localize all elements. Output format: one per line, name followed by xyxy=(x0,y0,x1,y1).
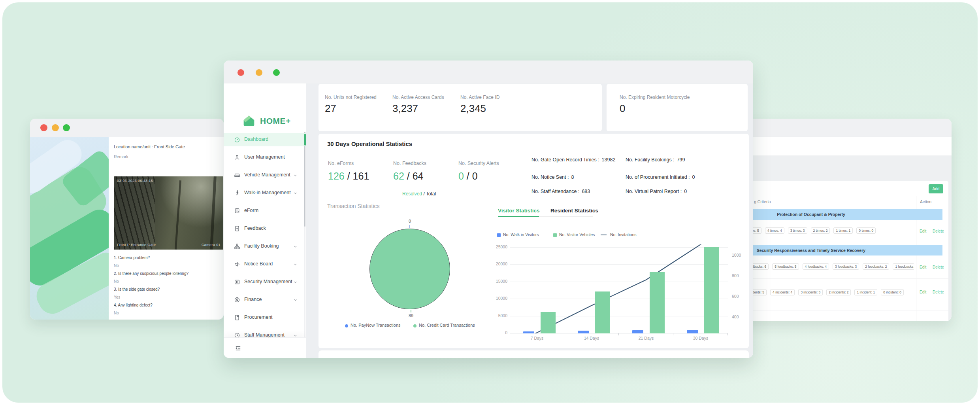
sidebar-item-eform[interactable]: eForm xyxy=(224,204,306,218)
right-axis-tick-label: 1000 xyxy=(732,253,741,257)
minimize-traffic-light[interactable] xyxy=(256,69,262,76)
edit-link[interactable]: Edit xyxy=(920,229,926,233)
sidebar-item-user-management[interactable]: User Management xyxy=(224,151,306,164)
sitemap-icon xyxy=(234,243,240,250)
x-category-label: 14 Days xyxy=(578,336,605,341)
paynow-legend-label[interactable]: No. PayNow Transactions xyxy=(351,323,401,327)
delete-link[interactable]: Delete xyxy=(933,229,944,233)
ops-stat: No. Gate Open Record Times :13982 xyxy=(531,157,615,163)
patrol-question: 3. Is the side gate closed? xyxy=(114,287,160,291)
ops-stat-value: 13982 xyxy=(602,157,616,163)
left-window-titlebar xyxy=(30,119,224,137)
zoom-traffic-light[interactable] xyxy=(273,69,280,76)
chevron-down-icon xyxy=(293,298,298,302)
add-button[interactable]: Add xyxy=(929,184,943,193)
cctv-caption: Front P Entrance Gate xyxy=(117,243,156,247)
stat-card-motorcycle xyxy=(607,84,748,131)
action-column-header: Action xyxy=(920,199,931,204)
sidebar-item-procurement[interactable]: Procurement xyxy=(224,311,306,324)
stat-label: No. Active Access Cards xyxy=(392,95,444,100)
delete-link[interactable]: Delete xyxy=(933,265,944,269)
sidebar-footer xyxy=(224,337,306,358)
ops-stat-label: No. of Procurement Initiated : xyxy=(626,174,690,180)
main-window-titlebar xyxy=(224,61,753,83)
vehicles-bar xyxy=(704,247,719,333)
invitations-legend-label[interactable]: No. Invitations xyxy=(610,232,637,237)
ops-stat-value: 0 xyxy=(692,174,695,180)
patrol-report-panel: Location name/unit : Front Side Gate Rem… xyxy=(109,137,224,320)
tab-resident-statistics[interactable]: Resident Statistics xyxy=(550,208,598,214)
criteria-chip: 1 feedbacks: 1 xyxy=(893,263,914,270)
chevron-down-icon xyxy=(293,173,298,178)
sidebar-item-notice-board[interactable]: Notice Board xyxy=(224,257,306,271)
collapse-sidebar-icon[interactable] xyxy=(235,345,241,352)
sidebar-item-security-management[interactable]: Security Management xyxy=(224,275,306,289)
ops-stat-value: 0 xyxy=(684,189,687,194)
vehicles-bar xyxy=(541,312,556,333)
pie-value-label: 89 xyxy=(405,313,417,318)
patrol-answer: Yes xyxy=(114,295,120,299)
sidebar-item-facility-booking[interactable]: Facility Booking xyxy=(224,240,306,253)
legend-resolved: Resolved xyxy=(402,191,422,197)
walkin-legend-label[interactable]: No. Walk in Visitors xyxy=(503,232,539,237)
ops-stat-label: No. Staff Attendance : xyxy=(531,189,579,194)
kpi-total: 161 xyxy=(353,170,369,182)
criteria-chip: 4 incidents: 4 xyxy=(770,289,795,295)
ops-stat: No. Virtual Patrol Report :0 xyxy=(626,189,687,194)
right-axis-tick-label: 600 xyxy=(732,294,739,299)
zoom-traffic-light[interactable] xyxy=(63,124,70,131)
walkin-bar xyxy=(687,330,698,333)
criteria-chip: 3 times: 3 xyxy=(788,227,807,234)
kpi-total: 0 xyxy=(472,170,478,182)
app-logo-text: HOME+ xyxy=(260,116,291,126)
criteria-chip: 5 feedbacks: 5 xyxy=(772,263,799,270)
x-axis-tick xyxy=(727,333,728,335)
ops-stat-value: 799 xyxy=(677,157,685,163)
sidebar-item-label: Walk-in Management xyxy=(244,190,291,195)
sidebar-item-dashboard[interactable]: Dashboard xyxy=(224,133,306,146)
criteria-chip: 2 incidents: 2 xyxy=(826,289,851,295)
patrol-question: 2. Is there any suspicious people loiter… xyxy=(114,271,188,276)
vehicles-legend-label[interactable]: No. Visitor Vehicles xyxy=(559,232,595,237)
sidebar-item-vehicle-management[interactable]: Vehicle Management xyxy=(224,168,306,182)
criteria-column-header: g Criteria xyxy=(754,199,771,204)
file-icon xyxy=(234,314,240,321)
pie-tick-paynow xyxy=(409,225,410,228)
left-window-content: Location name/unit : Front Side Gate Rem… xyxy=(30,137,224,320)
stat-value: 2,345 xyxy=(460,102,486,115)
ops-stat: No. of Procurement Initiated :0 xyxy=(626,174,695,180)
kpi-value: 62 / 64 xyxy=(393,170,423,182)
edit-link[interactable]: Edit xyxy=(920,290,926,294)
ops-stat-label: No. Notice Sent : xyxy=(531,174,569,180)
edit-link[interactable]: Edit xyxy=(920,265,926,269)
pie-tick-creditcard xyxy=(411,310,411,312)
kpi-resolved: 0 xyxy=(458,170,464,182)
legend-total: Total xyxy=(426,191,436,197)
sidebar-item-finance[interactable]: Finance xyxy=(224,293,306,307)
sidebar-item-label: Feedback xyxy=(244,225,266,231)
x-axis-tick xyxy=(673,333,673,335)
kpi-slash: / xyxy=(407,170,410,182)
next-section-card xyxy=(318,350,749,358)
dollar-circle-icon xyxy=(234,297,240,303)
patrol-question: 4. Any lighting defect? xyxy=(114,303,153,307)
screen: Location name/unit : Front Side Gate Rem… xyxy=(0,0,980,405)
dashboard-icon xyxy=(234,136,240,143)
criteria-chips: 5 times: 5 4 times: 4 3 times: 3 2 times… xyxy=(742,227,914,234)
cctv-light-glow xyxy=(114,176,223,250)
kpi-resolved: 126 xyxy=(328,170,345,182)
creditcard-legend-label[interactable]: No. Credit Card Transactions xyxy=(419,323,475,327)
close-traffic-light[interactable] xyxy=(237,69,244,76)
kpi-label: No. Feedbacks xyxy=(393,161,426,166)
stat-label: No. Active Face ID xyxy=(460,95,499,100)
x-category-label: 21 Days xyxy=(632,336,660,341)
sidebar-item-label: Vehicle Management xyxy=(244,172,290,178)
minimize-traffic-light[interactable] xyxy=(52,124,59,131)
tab-visitor-statistics[interactable]: Visitor Statistics xyxy=(498,208,540,214)
close-traffic-light[interactable] xyxy=(40,124,47,131)
criteria-chip: 2 times: 2 xyxy=(811,227,830,234)
sidebar-item-walkin-management[interactable]: Walk-in Management xyxy=(224,186,306,200)
sidebar-item-feedback[interactable]: Feedback xyxy=(224,222,306,235)
delete-link[interactable]: Delete xyxy=(933,290,944,294)
patrol-location-line: Location name/unit : Front Side Gate xyxy=(114,144,185,149)
